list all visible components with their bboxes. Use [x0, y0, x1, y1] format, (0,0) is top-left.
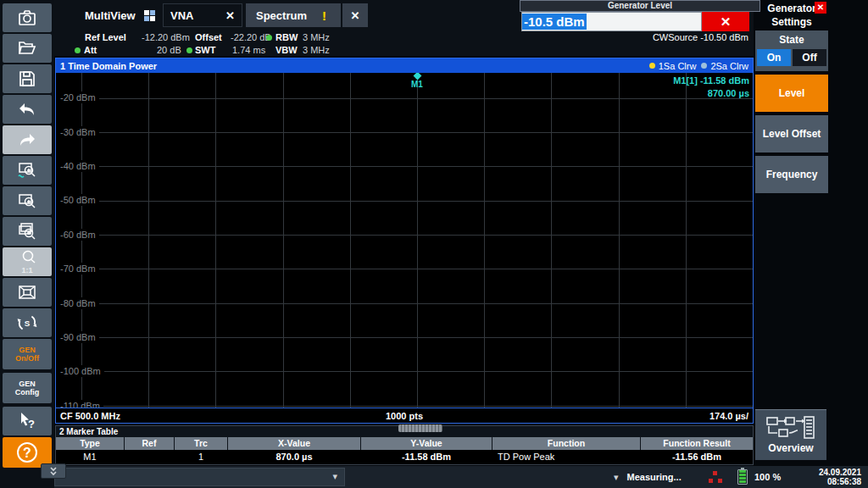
y-axis-label: -20 dBm [60, 92, 99, 103]
generator-level-input[interactable]: -10.5 dBm [521, 12, 702, 31]
ref-level-value[interactable]: -12.20 dBm [142, 32, 190, 42]
status-dropdown[interactable]: ▾ [54, 468, 345, 486]
plot-area: -20 dBm -30 dBm -40 dBm -50 dBm -60 dBm … [56, 73, 753, 408]
softkey-level-offset[interactable]: Level Offset [755, 115, 828, 152]
one-to-one-zoom-button: 1:1 [3, 247, 52, 276]
multiview-grid-icon [144, 10, 155, 21]
state-label: State [755, 34, 828, 46]
overview-label: Overview [768, 442, 813, 454]
trace1-legend[interactable]: 1Sa Clrw [649, 61, 697, 71]
softkey-panel-close-button[interactable]: ✕ [815, 2, 826, 14]
overview-flow-icon [765, 416, 816, 440]
pointer-help-icon: ? [16, 411, 38, 431]
softkey-panel: Generator Settings ✕ State On Off Level … [754, 0, 868, 466]
window-resize-grip[interactable] [398, 424, 442, 432]
swt-value[interactable]: 1.74 ms [232, 45, 265, 55]
swt-label: SWT [195, 45, 215, 55]
marker-m1[interactable]: M1 [411, 73, 423, 89]
att-coupled-dot [75, 47, 81, 53]
time-value: 08:56:38 [819, 477, 861, 486]
gen-onoff-label-1: GEN [19, 346, 36, 354]
zoom-trace-icon [16, 160, 38, 180]
y-axis-label: -40 dBm [60, 160, 99, 172]
save-button[interactable] [3, 64, 52, 93]
redo-button [3, 125, 52, 154]
tab-multiview[interactable]: MultiView [75, 3, 159, 27]
tab-spectrum[interactable]: Spectrum ! [246, 3, 341, 27]
status-bar: ▾ ▾ Measuring... 100 % 24.09.2021 08:56:… [54, 466, 868, 488]
screenshot-button[interactable] [3, 3, 52, 32]
marker-readout-x: 870.00 µs [673, 87, 749, 100]
trace2-legend[interactable]: 2Sa Clrw [701, 61, 748, 71]
marker-m1-label: M1 [411, 80, 423, 89]
time-domain-power-window: 1 Time Domain Power 1Sa Clrw 2Sa Clrw -2… [55, 58, 754, 424]
svg-text:?: ? [28, 418, 35, 430]
marker-table-row[interactable]: M1 1 870.0 µs -11.58 dBm TD Pow Peak -11… [56, 450, 753, 464]
cell-function: TD Pow Peak [492, 450, 640, 464]
display-frame-button[interactable] [3, 278, 52, 307]
chart-footer: CF 500.0 MHz 1000 pts 174.0 µs/ [56, 408, 753, 423]
multi-zoom-button[interactable] [3, 217, 52, 246]
redo-arrow-icon [16, 130, 38, 150]
tab-vna-close-icon[interactable]: ✕ [225, 9, 235, 22]
col-header-trc: Trc [175, 437, 227, 450]
time-per-div-value[interactable]: 174.0 µs/ [709, 411, 748, 421]
generator-level-dialog: Generator Level -10.5 dBm ✕ CWSource -10… [520, 0, 760, 12]
state-toggle: On Off [757, 49, 826, 66]
generator-level-cancel-button[interactable]: ✕ [702, 12, 749, 31]
swt-coupled-dot [186, 47, 192, 53]
rbw-value[interactable]: 3 MHz [303, 32, 330, 42]
sweep-points-value[interactable]: 1000 pts [56, 411, 753, 421]
collapse-bar-button[interactable] [41, 463, 66, 479]
state-off-button[interactable]: Off [793, 49, 826, 66]
att-value[interactable]: 20 dB [157, 45, 181, 55]
tab-vna[interactable]: VNA ✕ [163, 3, 242, 27]
gen-config-button[interactable]: GEN Config [3, 373, 52, 403]
tab-spectrum-close-icon: ✕ [351, 9, 360, 22]
trace2-label: 2Sa Clrw [710, 61, 748, 71]
undo-button[interactable] [3, 95, 52, 124]
chart-title: 1 Time Domain Power [56, 61, 157, 71]
softkey-level[interactable]: Level [755, 75, 828, 112]
state-on-button[interactable]: On [757, 49, 791, 66]
softkey-frequency[interactable]: Frequency [755, 156, 828, 193]
y-axis-label: -60 dBm [60, 229, 99, 241]
col-header-function-result: Function Result [641, 437, 753, 450]
measurement-status[interactable]: ▾ Measuring... [614, 466, 682, 488]
y-axis-label: -30 dBm [60, 126, 99, 138]
zoom-trace-button[interactable] [3, 156, 52, 185]
open-folder-icon [16, 38, 38, 58]
svg-text:S: S [25, 319, 31, 328]
marker-readout: M1[1] -11.58 dBm 870.00 µs [673, 75, 749, 100]
tab-spectrum-close[interactable]: ✕ [342, 3, 368, 27]
cell-trc: 1 [175, 450, 227, 464]
zoom-icon [16, 191, 38, 211]
undo-arrow-icon [16, 99, 38, 119]
tab-spectrum-label: Spectrum [256, 9, 307, 22]
gen-onoff-button[interactable]: GEN On/Off [3, 339, 52, 369]
help-icon: ? [15, 441, 39, 464]
offset-value[interactable]: -22.20 dB [231, 32, 271, 42]
chart-titlebar[interactable]: 1 Time Domain Power 1Sa Clrw 2Sa Clrw [56, 58, 753, 73]
trace2-color-dot [701, 63, 707, 69]
frame-icon [16, 282, 38, 302]
col-header-xvalue: X-Value [228, 437, 360, 450]
context-help-button[interactable]: ? [3, 407, 52, 435]
y-axis-label: -80 dBm [60, 297, 99, 309]
battery-icon [737, 469, 748, 485]
left-toolbar: 1:1 S GEN On/Off GEN Config ? ? [0, 0, 54, 488]
network-error-icon [709, 471, 722, 483]
zoom-button[interactable] [3, 186, 52, 215]
double-chevron-down-icon [48, 466, 58, 476]
svg-text:?: ? [23, 446, 31, 460]
chevron-down-icon: ▾ [614, 472, 619, 483]
open-file-button[interactable] [3, 34, 52, 63]
marker-table-header: Type Ref Trc X-Value Y-Value Function Fu… [56, 437, 753, 450]
col-header-yvalue: Y-Value [361, 437, 492, 450]
vbw-value[interactable]: 3 MHz [303, 45, 330, 55]
trace1-label: 1Sa Clrw [659, 61, 697, 71]
vbw-label: VBW [275, 45, 298, 55]
overview-button[interactable]: Overview [755, 409, 826, 460]
sweep-control-button[interactable]: S [3, 308, 52, 337]
close-icon: ✕ [817, 3, 824, 12]
